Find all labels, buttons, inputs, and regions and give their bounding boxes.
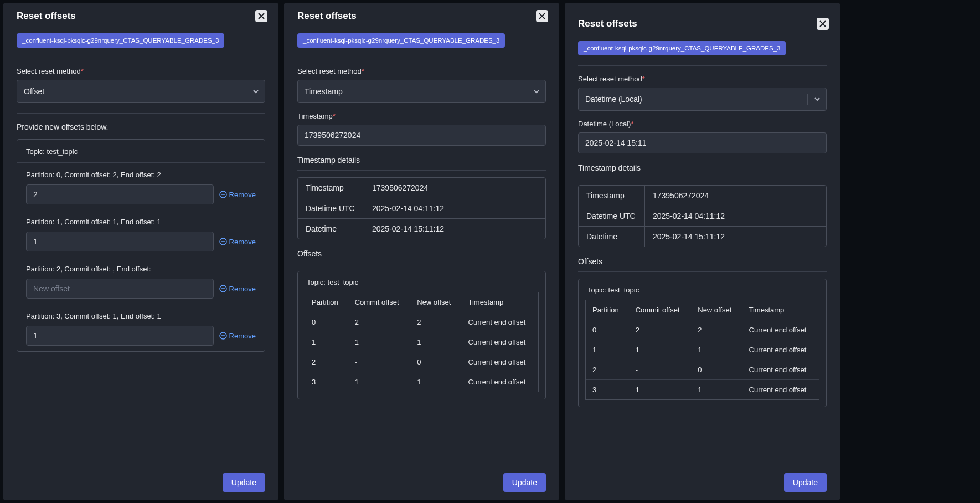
select-value: Offset [24, 87, 44, 96]
cell-new: 0 [691, 360, 742, 380]
reset-offsets-panel-timestamp: Reset offsets _confluent-ksql-pksqlc-g29… [284, 3, 559, 500]
ts-val: 2025-02-14 15:11:12 [645, 227, 826, 247]
topic-label: Topic: test_topic [17, 140, 265, 163]
partition-block: Partition: 1, Commit offset: 1, End offs… [17, 210, 265, 257]
panel-footer: Update [565, 465, 840, 500]
cell-new: 1 [410, 332, 461, 352]
close-icon [257, 12, 265, 20]
reset-method-select[interactable]: Offset [17, 80, 265, 103]
ts-key: Timestamp [579, 186, 645, 206]
remove-label: Remove [229, 332, 256, 340]
timestamp-label: Timestamp* [297, 112, 546, 120]
timestamp-input[interactable] [297, 125, 546, 146]
ts-val: 2025-02-14 04:11:12 [364, 198, 545, 219]
cell-partition: 1 [305, 332, 348, 352]
panel-header: Reset offsets [565, 3, 840, 33]
ts-val: 1739506272024 [645, 186, 826, 206]
offsets-heading: Offsets [578, 257, 827, 266]
panel-title: Reset offsets [17, 11, 76, 22]
chevron-down-icon [807, 94, 822, 105]
col-timestamp: Timestamp [742, 300, 819, 320]
update-button[interactable]: Update [503, 473, 546, 492]
divider [578, 178, 827, 178]
cell-new: 2 [410, 312, 461, 332]
col-timestamp: Timestamp [462, 292, 538, 312]
cell-partition: 3 [586, 380, 629, 399]
offsets-table: Partition Commit offset New offset Times… [305, 292, 539, 392]
reset-offsets-panel-offset: Reset offsets _confluent-ksql-pksqlc-g29… [3, 3, 278, 500]
helper-text: Provide new offsets below. [17, 122, 265, 131]
remove-icon [219, 191, 227, 198]
cell-timestamp: Current end offset [742, 340, 819, 360]
table-row: 2 - 0 Current end offset [586, 360, 819, 380]
divider [297, 58, 546, 58]
chevron-down-icon [246, 86, 260, 97]
cell-timestamp: Current end offset [462, 372, 538, 392]
cell-timestamp: Current end offset [462, 332, 538, 352]
cell-partition: 0 [586, 320, 629, 340]
remove-label: Remove [229, 285, 256, 293]
col-new: New offset [410, 292, 461, 312]
update-button[interactable]: Update [784, 473, 827, 492]
close-button[interactable] [817, 18, 829, 30]
cell-commit: 1 [348, 332, 411, 352]
col-partition: Partition [305, 292, 348, 312]
panel-footer: Update [284, 465, 559, 500]
panel-footer: Update [3, 465, 278, 500]
table-row: 0 2 2 Current end offset [305, 312, 538, 332]
cell-commit: 2 [348, 312, 411, 332]
reset-method-select[interactable]: Timestamp [297, 80, 546, 103]
cell-timestamp: Current end offset [462, 312, 538, 332]
offsets-table-box: Topic: test_topic Partition Commit offse… [297, 271, 546, 399]
cell-partition: 0 [305, 312, 348, 332]
divider [17, 58, 265, 58]
update-button[interactable]: Update [223, 473, 265, 492]
remove-link[interactable]: Remove [219, 191, 256, 199]
remove-link[interactable]: Remove [219, 238, 256, 246]
close-button[interactable] [536, 10, 548, 22]
table-row: 2 - 0 Current end offset [305, 352, 538, 372]
offset-input[interactable] [26, 232, 214, 252]
consumer-group-tag: _confluent-ksql-pksqlc-g29nrquery_CTAS_Q… [578, 41, 786, 55]
timestamp-details-heading: Timestamp details [297, 156, 546, 165]
col-commit: Commit offset [629, 300, 692, 320]
cell-commit: - [629, 360, 692, 380]
cell-new: 1 [691, 380, 742, 399]
partition-label: Partition: 0, Commit offset: 2, End offs… [26, 171, 256, 179]
panel-header: Reset offsets [3, 3, 278, 25]
close-button[interactable] [255, 10, 267, 22]
select-value: Datetime (Local) [585, 95, 642, 104]
remove-link[interactable]: Remove [219, 332, 256, 340]
chevron-down-icon [527, 86, 541, 97]
cell-commit: - [348, 352, 411, 372]
select-method-label: Select reset method* [297, 67, 546, 75]
panel-title: Reset offsets [297, 11, 357, 22]
topic-label: Topic: test_topic [305, 278, 539, 292]
consumer-group-tag: _confluent-ksql-pksqlc-g29nrquery_CTAS_Q… [17, 33, 224, 48]
offset-input[interactable] [26, 326, 214, 346]
ts-key: Datetime [298, 219, 364, 239]
topic-label: Topic: test_topic [585, 286, 819, 300]
divider [17, 113, 265, 114]
panel-header: Reset offsets [284, 3, 559, 25]
offsets-table: Partition Commit offset New offset Times… [585, 300, 819, 400]
timestamp-details-heading: Timestamp details [578, 163, 827, 172]
divider [297, 170, 546, 171]
ts-val: 1739506272024 [364, 178, 545, 198]
panel-body: _confluent-ksql-pksqlc-g29nrquery_CTAS_Q… [565, 33, 840, 465]
remove-icon [219, 332, 227, 340]
offset-input[interactable] [26, 279, 214, 299]
reset-method-select[interactable]: Datetime (Local) [578, 88, 827, 111]
select-method-label: Select reset method* [17, 67, 265, 75]
offset-input[interactable] [26, 184, 214, 204]
table-row: 1 1 1 Current end offset [305, 332, 538, 352]
panel-body: _confluent-ksql-pksqlc-g29nrquery_CTAS_Q… [284, 25, 559, 465]
cell-timestamp: Current end offset [742, 380, 819, 399]
remove-link[interactable]: Remove [219, 285, 256, 293]
datetime-input[interactable] [578, 132, 827, 153]
ts-key: Datetime UTC [298, 198, 364, 219]
ts-key: Timestamp [298, 178, 364, 198]
offsets-table-box: Topic: test_topic Partition Commit offse… [578, 279, 827, 407]
cell-partition: 2 [586, 360, 629, 380]
partition-label: Partition: 1, Commit offset: 1, End offs… [26, 218, 256, 226]
